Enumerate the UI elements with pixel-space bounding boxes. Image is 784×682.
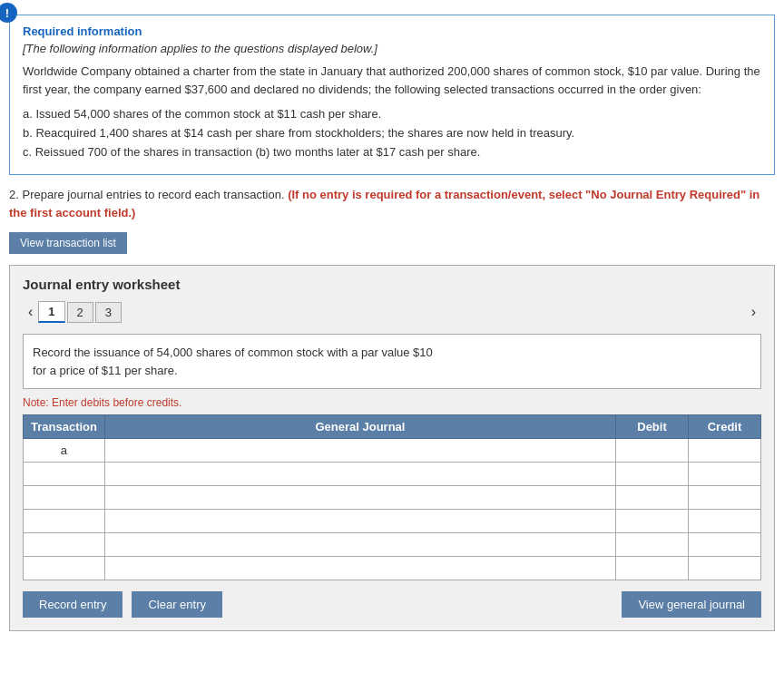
page-tab-1[interactable]: 1 (38, 301, 64, 323)
view-transaction-list-button[interactable]: View transaction list (9, 232, 127, 254)
table-row (24, 557, 761, 580)
record-description-text: Record the issuance of 54,000 shares of … (33, 346, 433, 377)
info-subtitle: [The following information applies to th… (23, 42, 761, 55)
transaction-cell (24, 557, 105, 580)
list-item: c. Reissued 700 of the shares in transac… (23, 143, 761, 162)
credit-input[interactable] (692, 444, 757, 457)
journal-table: Transaction General Journal Debit Credit… (23, 414, 761, 580)
general-journal-cell[interactable] (104, 439, 615, 463)
prev-page-button[interactable]: ‹ (23, 302, 38, 322)
general-journal-input[interactable] (109, 492, 612, 504)
table-row (24, 486, 761, 510)
credit-cell[interactable] (689, 510, 761, 533)
general-journal-cell[interactable] (104, 463, 615, 486)
info-icon: ! (0, 3, 17, 23)
transaction-cell (24, 463, 105, 486)
debit-cell[interactable] (616, 486, 689, 510)
view-general-journal-button[interactable]: View general journal (622, 591, 761, 618)
info-body: Worldwide Company obtained a charter fro… (23, 63, 761, 98)
debit-input[interactable] (620, 444, 684, 457)
col-header-debit: Debit (616, 415, 689, 439)
general-journal-cell[interactable] (104, 510, 615, 533)
general-journal-cell[interactable] (104, 486, 615, 510)
clear-entry-button[interactable]: Clear entry (132, 591, 222, 618)
info-list: a. Issued 54,000 shares of the common st… (23, 105, 761, 161)
general-journal-input[interactable] (109, 468, 612, 481)
debit-cell[interactable] (616, 510, 689, 533)
general-journal-input[interactable] (109, 562, 612, 575)
credit-input[interactable] (692, 515, 757, 528)
info-title: Required information (23, 24, 761, 38)
list-item: a. Issued 54,000 shares of the common st… (23, 105, 761, 124)
question-body: Prepare journal entries to record each t… (22, 188, 284, 201)
credit-input[interactable] (692, 562, 757, 575)
debit-input[interactable] (620, 468, 684, 481)
info-box: ! Required information [The following in… (9, 15, 775, 175)
transaction-cell (24, 510, 105, 533)
table-row (24, 463, 761, 486)
col-header-credit: Credit (689, 415, 761, 439)
debit-input[interactable] (620, 492, 684, 504)
credit-cell[interactable] (689, 486, 761, 510)
worksheet-title: Journal entry worksheet (23, 277, 761, 292)
debit-input[interactable] (620, 539, 684, 551)
worksheet-container: Journal entry worksheet ‹ 1 2 3 › Record… (9, 265, 775, 631)
credit-cell[interactable] (689, 557, 761, 580)
credit-cell[interactable] (689, 439, 761, 463)
credit-input[interactable] (692, 468, 757, 481)
transaction-cell (24, 533, 105, 557)
table-row (24, 510, 761, 533)
page-tab-2[interactable]: 2 (67, 302, 93, 323)
credit-cell[interactable] (689, 533, 761, 557)
note-text: Note: Enter debits before credits. (23, 396, 761, 409)
bottom-buttons: Record entry Clear entry View general jo… (23, 591, 761, 618)
credit-cell[interactable] (689, 463, 761, 486)
table-row (24, 533, 761, 557)
credit-input[interactable] (692, 492, 757, 504)
debit-cell[interactable] (616, 557, 689, 580)
col-header-transaction: Transaction (24, 415, 105, 439)
page-tab-3[interactable]: 3 (95, 302, 122, 323)
question-text: 2. Prepare journal entries to record eac… (9, 186, 775, 221)
general-journal-input[interactable] (109, 444, 612, 457)
credit-input[interactable] (692, 539, 757, 551)
general-journal-input[interactable] (109, 515, 612, 528)
general-journal-cell[interactable] (104, 533, 615, 557)
transaction-cell (24, 486, 105, 510)
table-row: a (24, 439, 761, 463)
transaction-cell-a: a (24, 439, 105, 463)
record-description: Record the issuance of 54,000 shares of … (23, 334, 761, 389)
debit-cell[interactable] (616, 439, 689, 463)
pagination: ‹ 1 2 3 › (23, 301, 761, 323)
col-header-general-journal: General Journal (104, 415, 615, 439)
general-journal-cell[interactable] (104, 557, 615, 580)
next-page-button[interactable]: › (746, 302, 761, 322)
record-entry-button[interactable]: Record entry (23, 591, 122, 618)
list-item: b. Reacquired 1,400 shares at $14 cash p… (23, 124, 761, 143)
question-number: 2. (9, 188, 19, 201)
debit-cell[interactable] (616, 463, 689, 486)
debit-cell[interactable] (616, 533, 689, 557)
general-journal-input[interactable] (109, 539, 612, 551)
debit-input[interactable] (620, 562, 684, 575)
debit-input[interactable] (620, 515, 684, 528)
